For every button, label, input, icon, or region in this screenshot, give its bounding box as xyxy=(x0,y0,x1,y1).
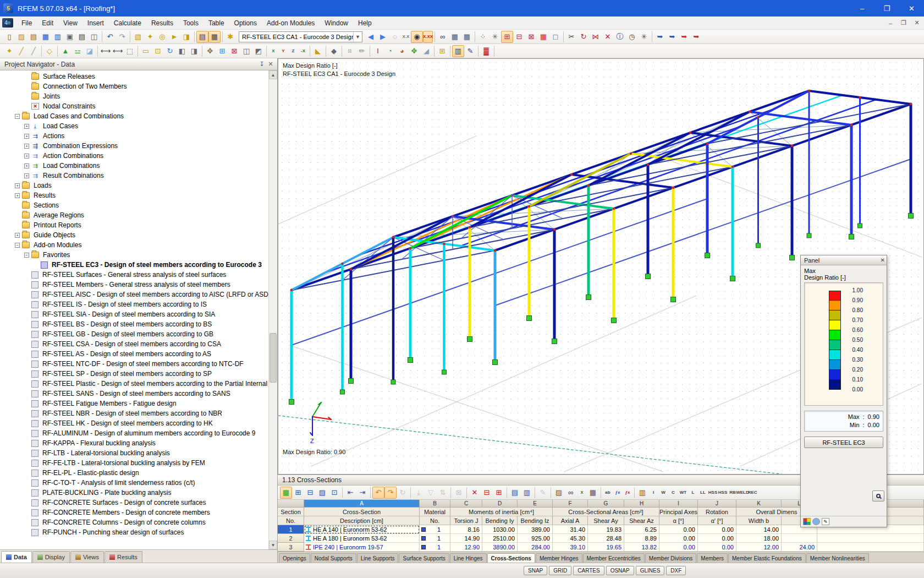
work-plane-button[interactable]: ◣ xyxy=(312,45,324,57)
section-type-c-button[interactable]: C xyxy=(668,487,678,499)
new-rectangle-button[interactable]: ▭ xyxy=(140,45,152,57)
regenerate-button[interactable]: ✳ xyxy=(489,31,501,43)
scroll-up-icon[interactable]: ▲ xyxy=(269,70,277,79)
material-cell[interactable]: 1 xyxy=(420,525,450,534)
tree-item[interactable]: +Loads xyxy=(0,181,268,190)
pan-button[interactable]: ✥ xyxy=(204,45,216,57)
solid-results-button[interactable]: ◕ xyxy=(396,45,408,57)
collapse-icon[interactable]: − xyxy=(15,243,20,248)
tree-item[interactable]: RF-STEEL CSA - Design of steel members a… xyxy=(0,339,268,349)
description-cell[interactable]: HE A 140 | Euronorm 53-62 xyxy=(304,525,420,534)
cube-copy-button[interactable]: ◨ xyxy=(188,45,200,57)
table-tab-member-eccentricities[interactable]: Member Eccentricities xyxy=(583,553,645,563)
prev-table-button[interactable]: ⇤ xyxy=(344,487,356,499)
column-letter-B[interactable]: B xyxy=(420,500,450,508)
value-cell[interactable]: 6.25 xyxy=(624,525,659,534)
line-button[interactable]: ╱ xyxy=(15,45,28,57)
tree-item[interactable]: RF-FE-LTB - Lateral-torsional buckling a… xyxy=(0,458,268,468)
value-cell[interactable]: 39.10 xyxy=(553,543,588,552)
tree-item[interactable]: +Results xyxy=(0,190,268,200)
section-type-ll-button[interactable]: LL xyxy=(698,487,708,499)
tree-item[interactable]: −Load Cases and Combinations xyxy=(0,111,268,121)
expand-icon[interactable]: + xyxy=(24,144,29,149)
table-tab-openings[interactable]: Openings xyxy=(279,553,310,563)
value-cell[interactable]: 45.30 xyxy=(553,534,588,543)
menu-file[interactable]: File xyxy=(16,18,37,29)
section-type-wt-button[interactable]: WT xyxy=(678,487,688,499)
table-apply-button[interactable]: ▦ xyxy=(280,487,292,499)
tree-item[interactable]: RF-STEEL Surfaces - General stress analy… xyxy=(0,270,268,280)
calculator-button[interactable]: ▦ xyxy=(587,487,599,499)
surface-results-button[interactable]: ◔ xyxy=(384,45,396,57)
tree-item[interactable]: −Favorites xyxy=(0,250,268,260)
close-button[interactable]: ✕ xyxy=(899,0,924,17)
tree-item[interactable]: RF-STEEL SP - Design of steel members ac… xyxy=(0,369,268,379)
new-button[interactable]: ▯ xyxy=(3,31,15,43)
view-y-button[interactable]: Y xyxy=(278,45,288,57)
value-cell[interactable]: 8.89 xyxy=(624,534,659,543)
menu-window[interactable]: Window xyxy=(320,18,353,29)
child-minimize-button[interactable]: – xyxy=(884,18,897,28)
edit-cell-button[interactable]: ✎ xyxy=(537,487,549,499)
scroll-thumb[interactable] xyxy=(270,333,277,383)
pin-icon[interactable]: ↧ xyxy=(257,60,266,69)
line-type-button[interactable]: ╱ xyxy=(28,45,40,57)
light-button[interactable]: ✦ xyxy=(144,31,156,43)
edit-row-button[interactable]: ▨ xyxy=(316,487,328,499)
tree-item[interactable]: RF-STEEL AISC - Design of steel members … xyxy=(0,290,268,299)
history-button[interactable]: ◷ xyxy=(626,31,638,43)
panel-detail-button[interactable] xyxy=(872,490,884,501)
table-tab-member-divisions[interactable]: Member Divisions xyxy=(645,553,696,563)
rotate-view-button[interactable]: ↻ xyxy=(164,45,176,57)
generate-button[interactable]: ✱ xyxy=(224,31,237,43)
tree-item[interactable]: RF-STEEL HK - Design of steel members ac… xyxy=(0,418,268,428)
navigator-tab-views[interactable]: Views xyxy=(70,551,104,563)
menu-help[interactable]: Help xyxy=(353,18,377,29)
tree-item[interactable]: Surface Releases xyxy=(0,72,268,81)
tree-item[interactable]: +⇶Combination Expressions xyxy=(0,141,268,151)
tree-item[interactable]: Connection of Two Members xyxy=(0,81,268,91)
module-selector-combo[interactable]: RF-STEEL EC3 CA1 - Eurocode 3 Design▼ xyxy=(239,31,362,42)
member-set-button[interactable]: ⚍ xyxy=(72,45,84,57)
value-cell[interactable]: 0.00 xyxy=(659,543,698,552)
column-letter-D[interactable]: D xyxy=(482,500,518,508)
zoom-off-button[interactable]: ⊠ xyxy=(228,45,240,57)
forward-button[interactable]: ▶ xyxy=(377,31,389,43)
row-number-cell[interactable]: 3 xyxy=(278,543,304,552)
section-type-rec-button[interactable]: REC xyxy=(747,487,757,499)
delete-column-button[interactable]: ⊟ xyxy=(481,487,493,499)
column-letter-K[interactable]: K xyxy=(736,500,782,508)
expand-icon[interactable]: + xyxy=(24,163,29,168)
node-button[interactable]: ✦ xyxy=(3,45,15,57)
value-cell[interactable]: 28.48 xyxy=(588,534,624,543)
tree-item[interactable]: RF-STEEL SANS - Design of steel members … xyxy=(0,389,268,399)
filter-button[interactable]: ▽ xyxy=(425,487,437,499)
expand-icon[interactable]: + xyxy=(24,124,29,129)
render-button[interactable]: ▧ xyxy=(132,31,144,43)
tree-item[interactable]: Sections xyxy=(0,200,268,210)
formula-button[interactable]: ƒx xyxy=(613,487,623,499)
section-type-hss-button[interactable]: HSS xyxy=(718,487,728,499)
polyline-button[interactable]: ◇ xyxy=(43,45,56,57)
value-cell[interactable]: 24.00 xyxy=(782,543,817,552)
mirror-button[interactable]: ⋈ xyxy=(590,31,602,43)
panel-grid-button[interactable]: ⊞ xyxy=(436,45,448,57)
insert-row-button[interactable]: ⊞ xyxy=(292,487,304,499)
tree-item[interactable]: +⇉Result Combinations xyxy=(0,171,268,181)
tree-item[interactable]: RF-STEEL Plastic - Design of steel membe… xyxy=(0,379,268,389)
print-button[interactable]: ▤ xyxy=(76,31,88,43)
cube-wire-button[interactable]: ◧ xyxy=(176,45,188,57)
view-z-button[interactable]: Z xyxy=(288,45,298,57)
add-column-button[interactable]: ⊞ xyxy=(493,487,505,499)
section-type-w-button[interactable]: W xyxy=(658,487,668,499)
import-button[interactable]: ▨ xyxy=(553,487,565,499)
new-box-button[interactable]: ⊡ xyxy=(152,45,164,57)
pointer-mode-button[interactable]: ► xyxy=(168,31,180,43)
value-cell[interactable]: 18.00 xyxy=(736,534,782,543)
section-type-hss-button[interactable]: HSS xyxy=(708,487,718,499)
table-tab-line-supports[interactable]: Line Supports xyxy=(357,553,399,563)
copy-members-button[interactable]: ➥ xyxy=(690,31,702,43)
menu-add-on-modules[interactable]: Add-on Modules xyxy=(262,18,320,29)
result-values-off-button[interactable]: X.X xyxy=(401,31,411,43)
table-tab-line-hinges[interactable]: Line Hinges xyxy=(450,553,487,563)
